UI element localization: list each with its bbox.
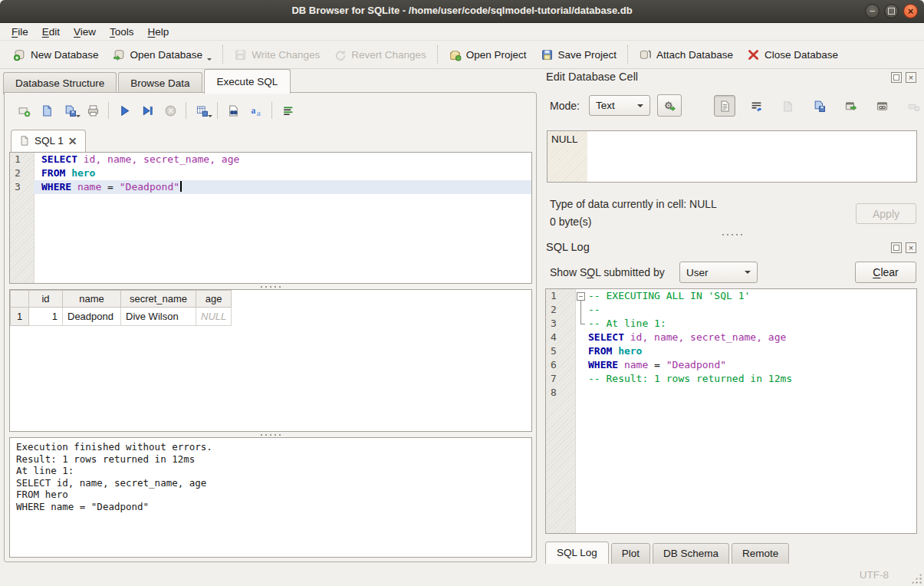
close-panel-icon[interactable]: × <box>906 72 916 83</box>
log-filter-value: User <box>686 267 709 278</box>
tab-database-structure[interactable]: Database Structure <box>3 72 117 94</box>
log-line-2: 2-- <box>546 303 916 317</box>
float-panel-icon[interactable] <box>891 242 902 253</box>
export-cell-button[interactable] <box>840 95 861 117</box>
log-code: -- Result: 1 rows returned in 12ms <box>588 372 916 386</box>
line-number: 5 <box>546 344 575 358</box>
editor-line-2[interactable]: 2FROM hero <box>10 166 531 180</box>
table-cell[interactable]: Deadpond <box>63 308 121 326</box>
tab-execute-sql[interactable]: Execute SQL <box>204 69 291 94</box>
column-header-age[interactable]: age <box>196 291 232 308</box>
splitter-cell-log[interactable] <box>547 232 917 237</box>
print-button[interactable] <box>81 100 104 121</box>
import-data-button[interactable] <box>657 94 682 117</box>
clear-log-button[interactable]: Clear <box>855 262 916 283</box>
close-database-button[interactable]: Close Database <box>740 43 845 66</box>
cell-editor-toolbar <box>714 95 924 117</box>
open-sql-file-button[interactable] <box>35 100 58 121</box>
encoding-indicator[interactable]: UTF-8 <box>860 569 889 581</box>
toolbar-separator <box>186 102 186 119</box>
tab-browse-data[interactable]: Browse Data <box>118 72 202 94</box>
close-tab-icon[interactable]: ✕ <box>68 137 77 145</box>
fold-gutter <box>575 386 588 400</box>
log-filter-select[interactable]: User <box>679 262 758 283</box>
sql-toolbar: aa <box>12 100 299 121</box>
toolbar-separator <box>108 102 109 119</box>
table-cell[interactable]: Dive Wilson <box>121 308 196 326</box>
line-number: 8 <box>546 386 575 400</box>
toolbar-button-label: Open Project <box>466 49 527 61</box>
message-line: At line 1: <box>16 465 525 477</box>
dock-tab-remote[interactable]: Remote <box>732 543 789 565</box>
editor-line-3[interactable]: 3WHERE name = "Deadpond" <box>10 180 531 194</box>
table-cell[interactable]: NULL <box>196 308 232 326</box>
sql-editor[interactable]: 1SELECT id, name, secret_name, age2FROM … <box>9 152 532 284</box>
execution-message[interactable]: Execution finished without errors.Result… <box>9 437 532 558</box>
export-results-button[interactable] <box>190 100 213 121</box>
menu-edit[interactable]: Edit <box>35 25 67 39</box>
splitter-editor-results[interactable] <box>9 284 532 289</box>
resize-grip[interactable] <box>911 573 922 584</box>
fold-gutter <box>575 331 588 344</box>
format-sql-icon: aa <box>250 104 263 117</box>
titlebar[interactable]: DB Browser for SQLite - /home/user/code/… <box>0 0 924 23</box>
line-number: 3 <box>546 317 575 331</box>
table-row[interactable]: 11DeadpondDive WilsonNULL <box>11 308 232 326</box>
open-project-button[interactable]: Open Project <box>442 43 534 66</box>
mode-select[interactable]: Text <box>589 95 650 116</box>
attach-database-icon <box>639 48 652 61</box>
dock-tab-sql-log[interactable]: SQL Log <box>545 542 609 565</box>
float-panel-icon[interactable] <box>891 72 902 83</box>
sql-editor-tab[interactable]: SQL 1 ✕ <box>11 130 86 152</box>
sql-log-view[interactable]: 1-- EXECUTING ALL IN 'SQL 1'2--3-- At li… <box>545 288 917 534</box>
find-button[interactable] <box>222 100 245 121</box>
column-header-name[interactable]: name <box>63 291 121 308</box>
column-header-secret_name[interactable]: secret_name <box>121 291 196 308</box>
import-file-button <box>777 95 798 117</box>
splitter-results-message[interactable] <box>9 432 532 437</box>
import-file-icon <box>781 100 794 113</box>
format-sql-button[interactable]: aa <box>245 100 268 121</box>
fold-marker-icon[interactable] <box>575 289 588 303</box>
menu-view[interactable]: View <box>67 25 103 39</box>
menu-help[interactable]: Help <box>141 25 176 39</box>
log-line-5: 5FROM hero <box>546 344 916 358</box>
mode-label: Mode: <box>550 100 580 112</box>
message-line: Execution finished without errors. <box>16 441 525 453</box>
line-number: 2 <box>10 166 34 180</box>
open-database-button[interactable]: Open Database <box>106 43 219 66</box>
apply-button[interactable]: Apply <box>856 203 916 224</box>
execute-all-button[interactable] <box>113 100 136 121</box>
chevron-down-icon <box>745 271 751 277</box>
close-panel-icon[interactable]: × <box>906 242 916 253</box>
table-cell[interactable]: 1 <box>29 308 63 326</box>
cell-value-editor[interactable]: NULL <box>547 130 917 183</box>
log-line-8: 8 <box>546 386 916 400</box>
new-sql-tab-icon <box>18 104 31 117</box>
log-line-1: 1-- EXECUTING ALL IN 'SQL 1' <box>546 289 916 303</box>
chevron-down-icon[interactable] <box>76 115 81 120</box>
link-data-icon <box>876 100 889 113</box>
new-sql-tab-button[interactable] <box>12 100 35 121</box>
menu-file[interactable]: File <box>5 25 35 39</box>
attach-database-button[interactable]: Attach Database <box>632 43 740 66</box>
dock-tab-plot[interactable]: Plot <box>611 543 650 565</box>
dock-tab-db-schema[interactable]: DB Schema <box>653 543 729 565</box>
close-icon[interactable]: × <box>903 4 918 18</box>
word-wrap-button[interactable] <box>745 95 767 117</box>
save-as-button[interactable] <box>808 95 830 117</box>
editor-line-1[interactable]: 1SELECT id, name, secret_name, age <box>10 153 531 166</box>
auto-indent-button[interactable] <box>276 100 299 121</box>
save-project-button[interactable]: Save Project <box>534 43 624 66</box>
menu-tools[interactable]: Tools <box>103 25 141 39</box>
text-document-button[interactable] <box>714 95 735 117</box>
minimize-icon[interactable]: – <box>865 4 880 18</box>
chevron-down-icon[interactable] <box>208 115 212 120</box>
maximize-icon[interactable] <box>884 4 899 18</box>
link-data-button[interactable] <box>871 95 893 117</box>
save-sql-file-button[interactable] <box>58 100 81 121</box>
chevron-down-icon[interactable] <box>207 58 212 63</box>
execute-line-button[interactable] <box>136 100 159 121</box>
new-database-button[interactable]: New Database <box>6 43 106 66</box>
column-header-id[interactable]: id <box>29 291 63 308</box>
